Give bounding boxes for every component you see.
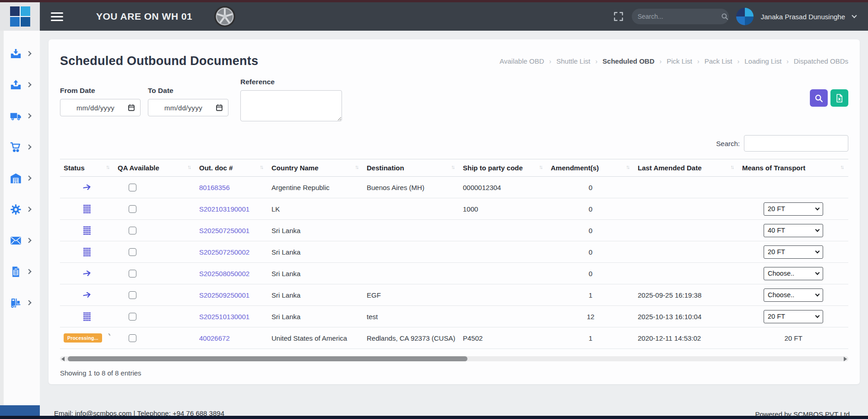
sidebar-nav [0,31,40,419]
excel-file-icon [835,93,844,103]
breadcrumb-item-pack-list[interactable]: Pack List [705,57,732,65]
ship-to-party-cell [459,284,547,306]
dispatch-arrow-icon [82,183,92,190]
to-date-group: To Date mm/dd/yyyy [148,87,228,116]
global-search-input[interactable] [638,13,721,20]
sidebar-item-documents[interactable] [10,256,31,287]
column-header-last-amended-date[interactable]: ↑↓Last Amended Date [634,159,738,177]
column-header-ship-to-party-code[interactable]: ↑↓Ship to party code [459,159,547,177]
sidebar-item-warehouse[interactable] [10,163,31,194]
means-of-transport-select[interactable]: 20 FT [764,202,823,216]
to-date-label: To Date [148,87,228,95]
outbound-doc-link[interactable]: S202507250002 [199,248,250,256]
qa-available-checkbox[interactable] [129,248,136,256]
dispatch-arrow-icon [82,290,92,298]
column-header-qa-available[interactable]: ↑↓QA Available [114,159,195,177]
means-of-transport-select[interactable]: Choose.. [764,288,823,302]
table-row: S202507250002Sri Lanka020 FT [60,241,848,263]
outbound-doc-link[interactable]: 80168356 [199,184,230,191]
pallet-grid-icon [83,312,91,320]
breadcrumb-item-scheduled-obd[interactable]: Scheduled OBD [602,57,654,65]
chevron-right-icon [26,144,31,149]
column-header-status[interactable]: ↑↓Status [60,159,114,177]
outbound-doc-link[interactable]: S202510130001 [199,313,250,321]
qa-available-checkbox[interactable] [129,227,136,234]
means-of-transport-select[interactable]: 40 FT [764,224,823,237]
sort-icon: ↑↓ [730,164,735,170]
column-header-means-of-transport[interactable]: ↑↓Means of Transport [738,159,848,177]
table-row: S202103190001LK1000020 FT [60,198,848,220]
breadcrumb-item-shuttle-list[interactable]: Shuttle List [556,57,590,65]
reference-input[interactable] [240,90,342,121]
breadcrumb-item-loading-list[interactable]: Loading List [744,57,781,65]
sort-icon: ↑↓ [840,164,845,170]
chevron-right-icon [26,51,31,56]
export-excel-button[interactable] [830,89,848,107]
last-amended-cell [634,220,738,241]
qa-available-checkbox[interactable] [129,184,136,191]
breadcrumb-item-available-obd[interactable]: Available OBD [499,57,544,65]
outbound-doc-link[interactable]: S202507250001 [199,227,250,234]
means-of-transport-select[interactable]: Choose.. [764,267,823,280]
column-header-country-name[interactable]: ↑↓Country Name [268,159,363,177]
sidebar-item-messages[interactable] [10,225,31,256]
table-row: S202507250001Sri Lanka040 FT [60,220,848,241]
pallet-grid-icon [83,226,91,234]
column-header-out-doc-[interactable]: ↑↓Out. doc # [195,159,268,177]
qa-available-checkbox[interactable] [129,334,136,342]
sidebar-item-orders[interactable] [10,131,31,163]
column-header-amendment-s-[interactable]: ↑↓Amendment(s) [547,159,634,177]
outbound-doc-link[interactable]: S202508050002 [199,270,250,278]
user-name[interactable]: Janaka Prasad Dunusinghe [761,13,845,21]
breadcrumb-item-pick-list[interactable]: Pick List [667,57,692,65]
chevron-down-icon[interactable] [852,13,857,18]
reference-group: Reference [240,78,342,123]
sidebar-item-inbound[interactable] [10,38,31,69]
user-avatar[interactable] [736,8,754,25]
sidebar-item-transport[interactable] [10,100,31,131]
amendments-cell: 1 [547,284,634,306]
ship-to-party-cell: 1000 [459,198,547,220]
scrollbar-thumb[interactable] [68,356,467,361]
warehouse-banner: YOU ARE ON WH 01 [96,11,192,22]
app-logo[interactable] [0,2,40,31]
sidebar-item-outbound[interactable] [10,69,31,100]
from-date-group: From Date mm/dd/yyyy [60,87,141,116]
table-body: 80168356Argentine RepublicBuenos Aires (… [60,177,848,349]
column-header-destination[interactable]: ↑↓Destination [363,159,459,177]
means-of-transport-select[interactable]: 20 FT [764,310,823,323]
filter-search-button[interactable] [810,89,828,107]
scheduled-obd-card: Scheduled Outbound Documents Available O… [49,39,860,384]
sidebar-item-forklift[interactable] [10,287,31,318]
menu-toggle-icon[interactable] [51,10,63,23]
chevron-down-icon [815,271,820,275]
qa-available-checkbox[interactable] [129,291,136,299]
from-date-input[interactable]: mm/dd/yyyy [60,99,141,116]
qa-available-checkbox[interactable] [129,205,136,213]
calendar-icon[interactable] [216,104,223,111]
calendar-icon[interactable] [128,104,135,111]
scroll-right-icon[interactable] [844,357,847,361]
outbound-doc-link[interactable]: S202103190001 [199,205,250,213]
search-icon[interactable] [721,12,729,21]
table-search-input[interactable] [744,135,848,152]
to-date-input[interactable]: mm/dd/yyyy [148,99,228,116]
outbound-doc-link[interactable]: 40026672 [199,334,230,342]
breadcrumb-item-dispatched-obds[interactable]: Dispatched OBDs [794,57,848,65]
scroll-left-icon[interactable] [61,357,65,361]
outbound-doc-link[interactable]: S202509250001 [199,291,250,299]
tray-in-icon [10,48,22,60]
ship-to-party-cell: P4502 [459,327,547,349]
tray-out-icon [10,79,22,91]
qa-available-checkbox[interactable] [129,313,136,321]
country-name-cell: Argentine Republic [268,177,363,198]
qa-available-checkbox[interactable] [129,270,136,278]
ship-to-party-cell [459,241,547,263]
destination-cell: EGF [363,284,459,306]
last-amended-cell [634,198,738,220]
last-amended-cell [634,241,738,263]
fullscreen-icon[interactable] [613,11,624,22]
means-of-transport-select[interactable]: 20 FT [764,245,823,259]
page-title: Scheduled Outbound Documents [60,54,258,68]
sidebar-item-settings[interactable] [10,194,31,225]
